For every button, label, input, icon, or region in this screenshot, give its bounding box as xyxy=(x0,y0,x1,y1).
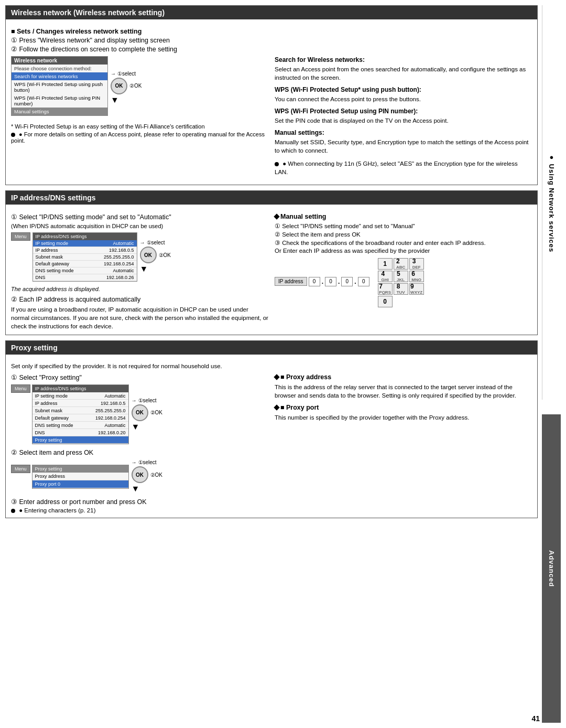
wireless-screen: Wireless network Please choose connectio… xyxy=(11,56,108,116)
wps-push-title: WPS (Wi-Fi Protected Setup* using push b… xyxy=(275,86,532,93)
proxy-s1-row-5[interactable]: DNS192.168.0.20 xyxy=(32,429,128,436)
proxy-s2-row-1[interactable]: Proxy port 0 xyxy=(32,480,128,488)
wireless-intro-line1: ■ Sets / Changes wireless network settin… xyxy=(11,28,532,35)
wireless-screen-item-3[interactable]: Manual settings xyxy=(12,108,107,115)
ip-select-entry: → ①select xyxy=(140,240,165,245)
wireless-section: Wireless network (Wireless network setti… xyxy=(5,5,538,185)
ip-screen-row-1[interactable]: IP address192.168.0.5 xyxy=(33,247,137,254)
ip-manual-step1: ① Select "IP/DNS setting mode" and set t… xyxy=(275,222,532,230)
wireless-title: Wireless network (Wireless network setti… xyxy=(11,8,165,17)
proxy2-ok-label: ②OK xyxy=(150,472,162,478)
proxy2-select-entry: → ①select xyxy=(132,459,157,465)
proxy-addr-text: This is the address of the relay server … xyxy=(275,383,532,400)
proxy2-ok-entry: OK ②OK xyxy=(132,466,162,483)
ip-arrow-icon: → xyxy=(140,240,145,245)
proxy-s1-row-2[interactable]: Subnet mask255.255.255.0 xyxy=(32,407,128,414)
ip-screen: IP address/DNS settings IP setting modeA… xyxy=(32,232,137,282)
keypad-row-2: 4GHI 5JKL 6MNO xyxy=(378,271,424,282)
diamond-icon2 xyxy=(274,374,279,380)
proxy-title: Proxy setting xyxy=(11,344,58,352)
right-sidebar: ● Using Network services Advanced xyxy=(542,5,561,723)
wireless-screen-item-0[interactable]: Search for wireless networks xyxy=(12,72,107,80)
key-9[interactable]: 9WXYZ xyxy=(409,283,424,295)
ip-manual-step3b: Or Enter each IP address as was specifie… xyxy=(275,248,532,254)
proxy-screen1-area: Menu IP address/DNS settings IP setting … xyxy=(11,384,129,444)
wireless-right-col: Search for Wireless networks: Select an … xyxy=(275,56,532,180)
key-8[interactable]: 8TUV xyxy=(394,283,408,295)
key-0[interactable]: 0 xyxy=(378,296,393,307)
proxy-arrow-icon: → xyxy=(132,398,137,403)
key-6[interactable]: 6MNO xyxy=(409,271,424,282)
proxy-s2-row-0[interactable]: Proxy address xyxy=(32,473,128,480)
wireless-intro-line3: ② Follow the directions on screen to com… xyxy=(11,45,532,53)
proxy-section: Proxy setting Set only if specified by t… xyxy=(5,340,538,518)
proxy-screen2-labels: Menu xyxy=(11,465,30,473)
proxy-header: Proxy setting xyxy=(6,341,537,355)
wireless-footnote2: ● For more details on setting of an Acce… xyxy=(11,131,268,144)
proxy-ok-label: ②OK xyxy=(150,410,162,415)
key-1[interactable]: 1 xyxy=(378,258,393,270)
wireless-intro: ■ Sets / Changes wireless network settin… xyxy=(11,28,532,53)
ok-button[interactable]: OK xyxy=(111,78,127,94)
wireless-content: ■ Sets / Changes wireless network settin… xyxy=(6,24,537,185)
ip-step2-text: If you are using a broadband router, IP … xyxy=(11,305,268,330)
proxy-screen2-row: Menu Proxy setting Proxy address Proxy p… xyxy=(11,459,268,494)
key-3[interactable]: 3DEF xyxy=(409,258,424,270)
proxy-s1-row-4[interactable]: DNS setting modeAutomatic xyxy=(32,422,128,429)
ip-ok-label: ②OK xyxy=(159,252,171,258)
sidebar-advanced-section: Advanced xyxy=(542,414,561,723)
manual-text2: ● When connecting by 11n (5 GHz), select… xyxy=(275,159,532,176)
ip-keypad-area: IP address 0 . 0 . 0 . 0 xyxy=(275,258,532,307)
ip-screen-header: IP address/DNS settings xyxy=(33,233,137,240)
bullet-icon2 xyxy=(275,162,279,166)
ip-val-1[interactable]: 0 xyxy=(325,277,336,286)
diamond-icon xyxy=(274,213,279,219)
proxy-intro: Set only if specified by the provider. I… xyxy=(11,363,532,369)
ip-select-label: ①select xyxy=(147,240,165,245)
proxy-step3-title: ③ Enter address or port number and press… xyxy=(11,498,268,506)
search-title: Search for Wireless networks: xyxy=(275,56,532,63)
ip-screen-row-4[interactable]: DNS setting modeAutomatic xyxy=(33,267,137,274)
proxy-screen1-row: Menu IP address/DNS settings IP setting … xyxy=(11,384,268,444)
wireless-screen-item-1[interactable]: WPS (Wi-Fi Protected Setup using push bu… xyxy=(12,80,107,94)
ip-val-2[interactable]: 0 xyxy=(341,277,353,286)
proxy2-arrow-area: → ①select OK ②OK ▼ xyxy=(132,459,162,494)
ip-screen-row-0[interactable]: IP setting modeAutomatic xyxy=(33,240,137,247)
proxy-ok-button[interactable]: OK xyxy=(132,404,148,421)
ip-ok-button[interactable]: OK xyxy=(140,247,157,263)
ip-screen-row-2[interactable]: Subnet mask255.255.255.0 xyxy=(33,254,137,261)
ip-screen-row-3[interactable]: Default gateway192.168.0.254 xyxy=(33,261,137,267)
ip-header: IP address/DNS settings xyxy=(6,191,537,205)
proxy-port-title: ■ Proxy port xyxy=(280,404,319,411)
proxy-screen2-header: Proxy setting xyxy=(32,465,128,473)
wireless-screen-item-2[interactable]: WPS (Wi-Fi Protected Setup using PIN num… xyxy=(12,94,107,108)
wireless-arrow-select-icon: → xyxy=(111,71,116,77)
wireless-screen-row: Wireless network Please choose connectio… xyxy=(11,56,268,119)
ip-step1-sub: (When IP/DNS automatic acquisition in DH… xyxy=(11,223,268,229)
proxy2-ok-button[interactable]: OK xyxy=(132,466,148,483)
wireless-screen-subtitle: Please choose connection method: xyxy=(12,65,107,72)
ip-val-3[interactable]: 0 xyxy=(358,277,369,286)
wireless-down-arrow: ▼ xyxy=(111,95,119,105)
key-5[interactable]: 5JKL xyxy=(394,271,408,282)
key-2[interactable]: 2ABC xyxy=(394,258,408,270)
proxy-s1-row-3[interactable]: Default gateway192.168.0.254 xyxy=(32,414,128,422)
wireless-two-col: Wireless network Please choose connectio… xyxy=(11,56,532,180)
proxy-screen2-area: Menu Proxy setting Proxy address Proxy p… xyxy=(11,465,129,489)
ip-input-row: IP address 0 . 0 . 0 . 0 xyxy=(275,277,369,286)
diamond-icon3 xyxy=(274,405,279,411)
key-7[interactable]: 7PQRS xyxy=(378,283,393,295)
ip-screen-row-5[interactable]: DNS192.168.0.26 xyxy=(33,274,137,281)
keypad-row-1: 1 2ABC 3DEF xyxy=(378,258,424,270)
wireless-screen-mockup: Wireless network Please choose connectio… xyxy=(11,56,108,119)
proxy-s1-row-1[interactable]: IP address192.168.0.5 xyxy=(32,400,128,407)
wps-push-text: You can connect the Access point to pres… xyxy=(275,95,532,103)
keypad-row-3: 7PQRS 8TUV 9WXYZ xyxy=(378,283,424,295)
proxy-s1-row-6[interactable]: Proxy setting xyxy=(32,436,128,444)
wps-pin-text: Set the PIN code that is displayed on th… xyxy=(275,116,532,125)
proxy-s1-row-0[interactable]: IP setting modeAutomatic xyxy=(32,392,128,400)
key-4[interactable]: 4GHI xyxy=(378,271,393,282)
proxy-down-arrow: ▼ xyxy=(132,422,140,432)
proxy-left-col: ① Select "Proxy setting" Menu IP address… xyxy=(11,373,268,513)
ip-val-0[interactable]: 0 xyxy=(309,277,320,286)
